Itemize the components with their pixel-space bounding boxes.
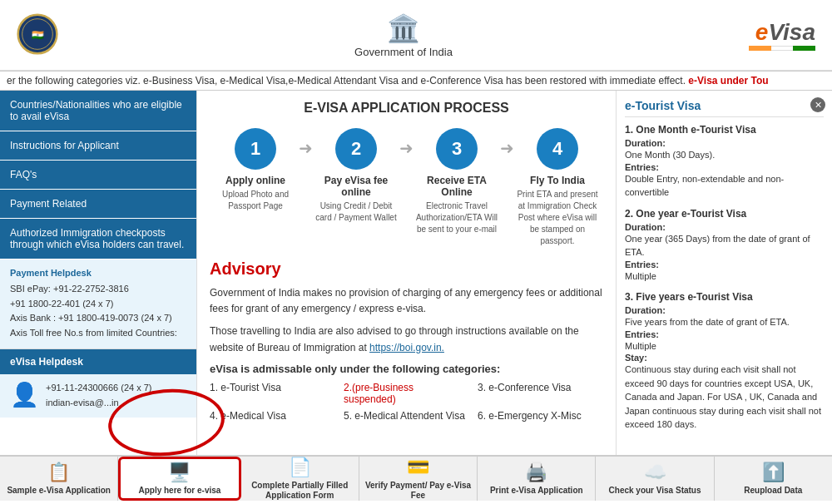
emblem-icon: 🏛️	[354, 12, 453, 44]
vs-value-3-0: Five years from the date of grant of ETA…	[625, 315, 824, 329]
print-icon: 🖨️	[525, 462, 547, 483]
step-title-3: Receive ETA Online	[415, 175, 498, 198]
step-2: 2 Pay eVisa fee online Using Credit / De…	[314, 128, 398, 224]
vs-value-1-1: Double Entry, non-extendable and non-con…	[625, 172, 824, 200]
toolbar-verify[interactable]: 💳 Verify Payment/ Pay e-Visa Fee	[359, 457, 478, 501]
sidebar-item-payment[interactable]: Payment Related	[0, 190, 196, 219]
step-sub-1: Upload Photo and Passport Page	[214, 189, 297, 212]
reupload-icon: ⬆️	[762, 462, 785, 483]
vs-value-3-2: Continuous stay during each visit shall …	[625, 363, 824, 432]
cat-item-1: 1. e-Tourist Visa	[210, 382, 335, 405]
step-1: 1 Apply online Upload Photo and Passport…	[214, 128, 297, 212]
advisory-title: Advisory	[210, 259, 603, 279]
step-circle-1: 1	[235, 128, 276, 170]
sidebar-item-immigration[interactable]: Authorized Immigration checkposts throug…	[0, 219, 196, 259]
payment-helpdesk: Payment Helpdesk SBI ePay: +91-22-2752-3…	[0, 259, 196, 349]
vs-label-1-0: Duration:	[625, 138, 824, 148]
sidebar-item-instructions[interactable]: Instructions for Applicant	[0, 131, 196, 161]
step-circle-4: 4	[537, 128, 578, 170]
sidebar-item-countries[interactable]: Countries/Nationalities who are eligible…	[0, 91, 196, 131]
toolbar-reupload[interactable]: ⬆️ Reupload Data	[715, 457, 832, 501]
close-icon[interactable]: ✕	[810, 97, 825, 112]
ticker-text: er the following categories viz. e-Busin…	[7, 75, 688, 86]
toolbar-complete[interactable]: 📄 Complete Partially Filled Application …	[241, 457, 359, 501]
complete-icon: 📄	[289, 457, 311, 478]
toolbar-print[interactable]: 🖨️ Print e-Visa Application	[478, 457, 596, 501]
ticker-bar: er the following categories viz. e-Busin…	[0, 71, 832, 91]
arrow-1: ➜	[297, 138, 314, 158]
vs-value-2-1: Multiple	[625, 269, 824, 284]
vs-value-2-0: One year (365 Days) from the date of gra…	[625, 232, 824, 259]
categories-list: 1. e-Tourist Visa 2.(pre-Businesssuspend…	[210, 382, 603, 422]
advisory-para1: Government of India makes no provision o…	[210, 285, 603, 317]
gov-title: Government of India	[354, 46, 453, 58]
toolbar-reupload-label: Reupload Data	[744, 486, 802, 496]
vs-label-1-1: Entries:	[625, 162, 824, 172]
header: 🇮🇳 🏛️ Government of India eVisa	[0, 0, 832, 71]
header-center: 🏛️ Government of India	[354, 12, 453, 58]
apply-icon: 🖥️	[168, 462, 191, 483]
vs-title-2: 2. One year e-Tourist Visa	[625, 208, 824, 220]
step-sub-4: Print ETA and present at Immigration Che…	[516, 189, 599, 247]
arrow-2: ➜	[398, 138, 415, 158]
svg-text:🇮🇳: 🇮🇳	[32, 29, 44, 41]
cat-item-6: 6. e-Emergency X-Misc	[478, 410, 603, 422]
cat-item-4: 4. e-Medical Visa	[210, 410, 335, 422]
toolbar-print-label: Print e-Visa Application	[490, 486, 583, 496]
left-logo: 🇮🇳	[17, 13, 58, 57]
step-4: 4 Fly To India Print ETA and present at …	[516, 128, 599, 247]
center-content: E-VISA APPLICATION PROCESS 1 Apply onlin…	[197, 91, 616, 455]
arrow-3: ➜	[498, 138, 516, 158]
toolbar-sample[interactable]: 📋 Sample e-Visa Application	[0, 457, 118, 501]
toolbar-apply[interactable]: 🖥️ Apply here for e-visa	[118, 457, 240, 501]
step-title-2: Pay eVisa fee online	[314, 175, 398, 198]
right-panel: ✕ e-Tourist Visa 1. One Month e-Tourist …	[616, 91, 832, 455]
visa-section-2: 2. One year e-Tourist Visa Duration: One…	[625, 208, 824, 284]
step-circle-2: 2	[335, 128, 377, 170]
cat-item-5: 5. e-Medical Attendent Visa	[344, 410, 469, 422]
vs-label-3-1: Entries:	[625, 329, 824, 339]
vs-title-1: 1. One Month e-Tourist Visa	[625, 124, 824, 136]
cat-item-2: 2.(pre-Businesssuspended)	[344, 382, 469, 405]
process-steps: 1 Apply online Upload Photo and Passport…	[210, 128, 603, 247]
cat-item-3: 3. e-Conference Visa	[478, 382, 603, 405]
step-title-4: Fly To India	[516, 175, 599, 186]
toolbar-sample-label: Sample e-Visa Application	[7, 486, 110, 496]
main-layout: Countries/Nationalities who are eligible…	[0, 91, 832, 455]
vs-label-2-1: Entries:	[625, 259, 824, 269]
verify-icon: 💳	[407, 457, 429, 478]
check-status-icon: ☁️	[644, 462, 666, 483]
visa-section-1: 1. One Month e-Tourist Visa Duration: On…	[625, 124, 824, 200]
helpdesk-title: Payment Helpdesk	[10, 268, 186, 278]
toolbar-check-label: Check your Visa Status	[609, 486, 701, 496]
step-circle-3: 3	[436, 128, 478, 170]
vs-value-1-0: One Month (30 Days).	[625, 148, 824, 162]
evisa-helpdesk-contact: +91-11-24300666 (24 x 7) indian-evisa@..…	[46, 381, 152, 410]
helpdesk-avatar-icon: 👤	[10, 381, 39, 408]
evisa-logo: eVisa	[749, 19, 815, 51]
ticker-bold: e-Visa under Tou	[688, 75, 768, 86]
evisa-helpdesk-body: 👤 +91-11-24300666 (24 x 7) indian-evisa@…	[0, 374, 196, 417]
evisa-helpdesk-title: eVisa Helpdesk	[0, 349, 196, 374]
helpdesk-contact-1: SBI ePay: +91-22-2752-3816 +91 1800-22-4…	[10, 282, 186, 340]
vs-label-2-0: Duration:	[625, 222, 824, 232]
toolbar-verify-label: Verify Payment/ Pay e-Visa Fee	[363, 481, 473, 501]
step-title-1: Apply online	[214, 175, 297, 186]
sidebar-item-faqs[interactable]: FAQ's	[0, 161, 196, 190]
step-3: 3 Receive ETA Online Electronic Travel A…	[415, 128, 498, 235]
process-title: E-VISA APPLICATION PROCESS	[210, 101, 603, 116]
vs-title-3: 3. Five years e-Tourist Visa	[625, 291, 824, 303]
toolbar-check[interactable]: ☁️ Check your Visa Status	[596, 457, 714, 501]
advisory-para2: Those travelling to India are also advis…	[210, 324, 603, 355]
visa-section-3: 3. Five years e-Tourist Visa Duration: F…	[625, 291, 824, 432]
step-sub-2: Using Credit / Debit card / Payment Wall…	[314, 200, 398, 224]
sidebar: Countries/Nationalities who are eligible…	[0, 91, 197, 455]
bottom-toolbar: 📋 Sample e-Visa Application 🖥️ Apply her…	[0, 455, 832, 501]
sample-icon: 📋	[47, 462, 70, 483]
categories-title: eVisa is admissable only under the follo…	[210, 363, 603, 375]
advisory-link[interactable]: https://boi.gov.in.	[369, 342, 444, 353]
toolbar-complete-label: Complete Partially Filled Application Fo…	[245, 481, 355, 501]
vs-value-3-1: Multiple	[625, 339, 824, 353]
toolbar-apply-label: Apply here for e-visa	[138, 486, 220, 496]
step-sub-3: Electronic Travel Authorization/ETA Will…	[415, 200, 498, 235]
